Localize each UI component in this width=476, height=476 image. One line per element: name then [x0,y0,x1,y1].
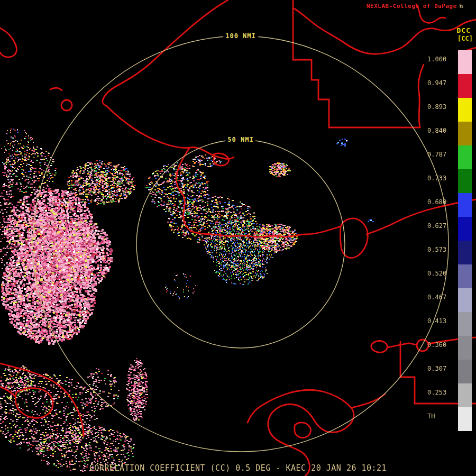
range-ring [136,140,345,348]
product-unit: [CC] [457,35,473,42]
colorbar-label: TH [427,413,451,420]
colorbar-label: 0.947 [427,79,451,87]
colorbar-segment [458,312,472,336]
colorbar-segment [458,407,472,431]
radar-display: NEXLAB-College of DuPage ‰ DCC [CC] CORR… [0,0,476,476]
colorbar-segment [458,336,472,360]
colorbar-segment [458,74,472,98]
site-title-bar: NEXLAB-College of DuPage ‰ [367,3,463,10]
colorbar-segment [458,122,472,145]
colorbar-segment [458,383,472,407]
colorbar-label: 0.307 [427,365,451,372]
cod-logo-glyph: ‰ [460,3,463,10]
colorbar-segment [458,145,472,169]
colorbar-label: 0.787 [427,151,451,158]
colorbar-label: 0.520 [427,270,451,277]
range-rings [0,0,476,476]
colorbar-segment [458,360,472,383]
site-title: NEXLAB-College of DuPage [367,3,457,10]
colorbar-label: 0.253 [427,389,451,396]
colorbar-label: 0.573 [427,246,451,253]
colorbar-segment [458,241,472,264]
colorbar [458,50,472,431]
colorbar-segment [458,217,472,241]
colorbar-label: 0.840 [427,127,451,134]
colorbar-label: 0.627 [427,222,451,230]
colorbar-label: 0.467 [427,294,451,301]
colorbar-segment [458,288,472,312]
status-bar: CORRELATION COEFFICIENT (CC) 0.5 DEG - K… [0,463,476,473]
product-code: DCC [457,26,471,34]
colorbar-label: 1.000 [427,56,451,63]
colorbar-segment [458,98,472,122]
colorbar-segment [458,50,472,74]
colorbar-segment [458,264,472,288]
colorbar-label: 0.893 [427,103,451,111]
colorbar-label: 0.680 [427,198,451,206]
colorbar-segment [458,169,472,193]
range-ring [33,36,448,452]
colorbar-label: 0.413 [427,317,451,325]
range-ring-label: 100 NMI [223,32,258,40]
colorbar-label: 0.733 [427,175,451,182]
range-ring-label: 50 NMI [225,136,255,143]
colorbar-segment [458,193,472,217]
colorbar-label: 0.360 [427,341,451,349]
